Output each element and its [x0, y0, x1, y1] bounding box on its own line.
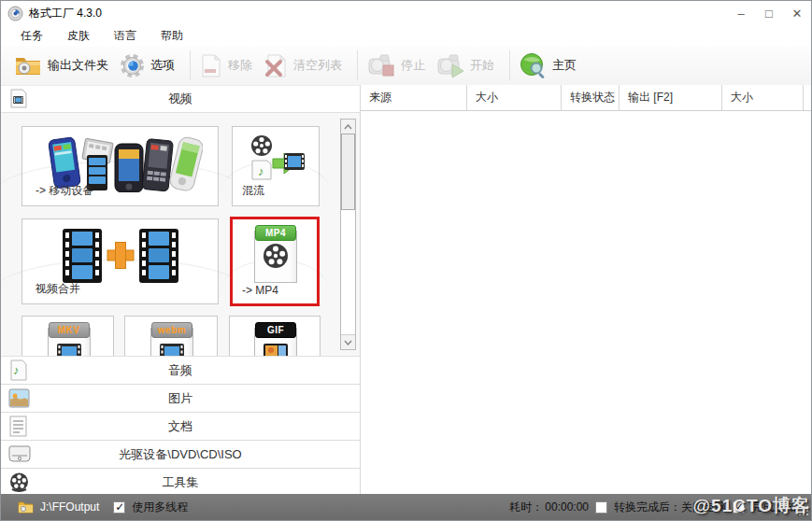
status-left-group: J:\FFOutput 使用多线程	[18, 500, 188, 515]
menu-help[interactable]: 帮助	[149, 26, 195, 46]
column-output[interactable]: 输出 [F2]	[620, 85, 722, 110]
column-size-2[interactable]: 大小	[722, 85, 804, 110]
window-controls: – □ ✕	[727, 1, 811, 25]
video-section-icon	[8, 89, 28, 108]
toolbar-separator	[509, 50, 510, 80]
document-icon	[8, 415, 28, 437]
clear-list-label: 清空列表	[293, 57, 342, 74]
tile-mux-label: 混流	[242, 183, 264, 199]
mkv-file-icon: MKV	[42, 320, 94, 357]
remove-button[interactable]: 移除	[200, 53, 252, 78]
webm-file-icon: webm	[145, 320, 197, 357]
column-size[interactable]: 大小	[467, 85, 562, 110]
tile-webm[interactable]: webm	[124, 316, 218, 357]
sidebar-item-toolset-label: 工具集	[1, 469, 360, 496]
tile-mkv[interactable]: MKV	[21, 316, 114, 357]
tile-mobile-device-label: -> 移动设备	[36, 183, 93, 199]
scroll-down-button[interactable]	[341, 334, 355, 349]
home-button[interactable]: 主页	[520, 52, 577, 78]
stop-label: 停止	[401, 57, 425, 74]
chevron-up-icon	[344, 124, 352, 130]
output-folder-icon	[14, 54, 42, 77]
remove-label: 移除	[228, 57, 252, 74]
clear-list-button[interactable]: 清空列表	[264, 53, 342, 78]
stop-button[interactable]: 停止	[367, 53, 425, 77]
stop-icon	[367, 53, 395, 77]
output-folder-label: 输出文件夹	[48, 57, 108, 74]
webm-format-tab: webm	[151, 322, 192, 338]
sidebar-item-audio[interactable]: ♪ 音频	[1, 357, 360, 385]
sidebar-item-document-label: 文档	[1, 413, 360, 440]
tile-video-merge[interactable]: 视频合并	[21, 218, 219, 304]
sidebar-item-optical-label: 光驱设备\DVD\CD\ISO	[1, 441, 360, 468]
sidebar-item-picture[interactable]: 图片	[1, 385, 360, 413]
format-panel: 视频	[1, 85, 360, 496]
menu-language[interactable]: 语言	[102, 26, 149, 46]
tile-mp4-label: -> MP4	[242, 284, 278, 297]
tile-mobile-device[interactable]: -> 移动设备	[21, 126, 219, 206]
clear-list-icon	[264, 53, 288, 78]
mp4-format-tab: MP4	[255, 225, 296, 241]
app-logo-icon	[7, 6, 23, 21]
tile-mp4[interactable]: MP4 -> MP4	[230, 217, 320, 306]
notify-checkbox[interactable]	[733, 501, 745, 514]
menu-skin[interactable]: 皮肤	[55, 26, 102, 46]
output-path-value[interactable]: J:\FFOutput	[40, 500, 99, 514]
tile-video-merge-label: 视频合并	[36, 281, 80, 297]
multithread-label[interactable]: 使用多线程	[132, 500, 188, 515]
mux-icon: ♪	[233, 133, 319, 185]
options-button[interactable]: 选项	[120, 53, 175, 78]
minimize-button[interactable]: –	[727, 1, 755, 25]
maximize-button[interactable]: □	[755, 1, 783, 25]
status-bar: J:\FFOutput 使用多线程 耗时： 00:00:00 转换完成后：关闭电…	[1, 494, 811, 520]
multithread-checkbox[interactable]	[113, 501, 125, 514]
tile-mux[interactable]: ♪ 混流	[232, 126, 320, 206]
picture-icon	[8, 387, 30, 409]
tiles-scrollbar[interactable]	[340, 119, 356, 350]
elapsed-label: 耗时：	[509, 500, 543, 515]
menu-task[interactable]: 任务	[8, 26, 55, 46]
video-format-tiles: -> 移动设备 ♪ 混流	[1, 113, 360, 357]
optical-drive-icon	[8, 444, 31, 464]
sidebar-item-optical-dvd-cd-iso[interactable]: 光驱设备\DVD\CD\ISO	[1, 441, 360, 469]
column-convert-state[interactable]: 转换状态	[562, 85, 620, 110]
shutdown-label[interactable]: 转换完成后：关闭电脑	[614, 500, 726, 515]
sidebar-item-picture-label: 图片	[1, 385, 360, 412]
options-label: 选项	[150, 57, 175, 74]
queue-header: 来源 大小 转换状态 输出 [F2] 大小	[361, 85, 812, 111]
start-button[interactable]: 开始	[436, 53, 494, 77]
scrollbar-thumb[interactable]	[341, 134, 355, 210]
title-bar: 格式工厂 4.3.0 – □ ✕	[1, 1, 811, 25]
gif-format-tab: GIF	[255, 322, 296, 338]
chevron-down-icon	[344, 340, 352, 345]
elapsed-value: 00:00:00	[545, 500, 589, 514]
tile-gif[interactable]: GIF	[229, 316, 321, 357]
output-path-folder-icon[interactable]	[18, 500, 34, 514]
home-globe-icon	[520, 52, 547, 78]
start-icon	[436, 53, 464, 77]
scroll-up-button[interactable]	[341, 120, 355, 134]
resize-grip[interactable]	[803, 510, 805, 512]
film-reel-icon	[262, 242, 290, 270]
toolbar: 输出文件夹 选项 移除	[1, 46, 811, 86]
app-window: 格式工厂 4.3.0 – □ ✕ 任务 皮肤 语言 帮助 输出文件夹	[0, 0, 812, 521]
sidebar-item-toolset[interactable]: 工具集	[1, 469, 360, 497]
notify-label[interactable]: 完成通知	[751, 500, 796, 515]
mp4-file-icon: MP4	[249, 223, 301, 283]
toolbar-separator	[190, 50, 191, 80]
conversion-queue-panel: 来源 大小 转换状态 输出 [F2] 大小	[360, 85, 812, 496]
shutdown-checkbox[interactable]	[595, 501, 607, 514]
output-folder-button[interactable]: 输出文件夹	[14, 54, 108, 77]
column-source[interactable]: 来源	[361, 85, 467, 110]
close-button[interactable]: ✕	[783, 1, 811, 25]
svg-text:♪: ♪	[13, 363, 20, 377]
audio-icon: ♪	[8, 359, 29, 381]
svg-text:♪: ♪	[258, 164, 264, 178]
window-title: 格式工厂 4.3.0	[29, 6, 102, 21]
start-label: 开始	[470, 57, 494, 74]
queue-empty-area	[361, 111, 812, 497]
sidebar-item-document[interactable]: 文档	[1, 413, 360, 441]
video-merge-icon	[22, 227, 218, 285]
options-gear-icon	[120, 53, 145, 78]
video-section-header[interactable]: 视频	[1, 85, 360, 113]
